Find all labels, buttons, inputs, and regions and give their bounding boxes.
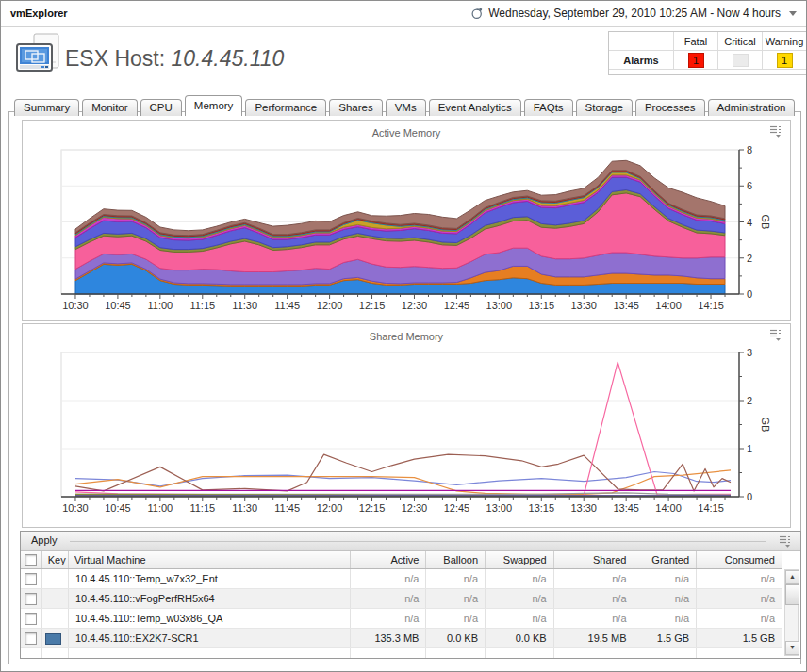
table-row[interactable]: 10.4.45.110::EX2K7-SCR1135.3 MB0.0 KB0.0… — [21, 629, 782, 648]
table-row[interactable]: 10.4.45.110::vFogPerfRH5x64n/an/an/an/an… — [21, 589, 782, 609]
scroll-up-button[interactable]: ▲ — [785, 570, 799, 584]
svg-text:14:15: 14:15 — [698, 300, 724, 311]
column-header-swapped[interactable]: Swapped — [486, 551, 554, 569]
metric-cell: n/a — [486, 589, 554, 609]
key-cell — [41, 569, 68, 589]
svg-text:13:30: 13:30 — [570, 502, 597, 514]
metric-cell: n/a — [350, 609, 426, 629]
svg-text:12:45: 12:45 — [444, 300, 470, 311]
svg-text:10:30: 10:30 — [62, 502, 89, 514]
svg-text:12:15: 12:15 — [359, 300, 386, 311]
time-range-selector[interactable]: Wednesday, September 29, 2010 10:25 AM -… — [471, 7, 797, 20]
svg-text:10:45: 10:45 — [105, 300, 131, 311]
metric-cell: n/a — [697, 569, 782, 589]
host-label: ESX Host: — [65, 46, 165, 71]
column-header-granted[interactable]: Granted — [634, 551, 697, 569]
vm-name-cell: 10.4.45.110::Temp_w03x86_QA — [68, 609, 350, 629]
metric-cell: n/a — [553, 589, 634, 609]
svg-text:13:30: 13:30 — [570, 300, 597, 311]
critical-alarm-badge[interactable] — [733, 54, 749, 67]
alarms-col-critical: Critical — [717, 32, 762, 51]
tab-event-analytics[interactable]: Event Analytics — [429, 99, 521, 116]
scrollbar-thumb[interactable] — [785, 584, 799, 605]
apply-button[interactable]: Apply — [31, 534, 58, 546]
fatal-alarm-badge[interactable]: 1 — [688, 53, 704, 68]
metric-cell: 0.0 KB — [426, 629, 486, 648]
column-header-active[interactable]: Active — [350, 551, 426, 569]
vm-name-cell: 10.4.45.110::EX2K7-SCR1 — [68, 629, 350, 648]
table-row[interactable]: 10.4.45.110::Temp_w7x32_Entn/an/an/an/an… — [21, 569, 782, 589]
column-header-consumed[interactable]: Consumed — [697, 551, 782, 569]
column-header-key[interactable]: Key — [41, 551, 68, 569]
vm-table-panel: Apply KeyVirtual MachineActiveBalloonSwa… — [20, 531, 801, 659]
table-row — [21, 648, 782, 660]
tab-faqts[interactable]: FAQts — [524, 99, 573, 116]
table-row[interactable]: 10.4.45.110::Temp_w03x86_QAn/an/an/an/an… — [21, 609, 782, 629]
shared-memory-panel: Shared Memory 10:3010:4511:0011:1511:301… — [22, 323, 791, 528]
svg-text:12:45: 12:45 — [444, 502, 470, 514]
metric-cell: n/a — [697, 609, 782, 629]
svg-text:10:45: 10:45 — [105, 502, 131, 514]
time-range-icon — [471, 8, 484, 20]
tab-monitor[interactable]: Monitor — [82, 99, 137, 116]
svg-text:13:15: 13:15 — [529, 300, 555, 311]
metric-cell: n/a — [426, 569, 486, 589]
scroll-down-button[interactable]: ▼ — [785, 641, 799, 655]
svg-text:13:00: 13:00 — [486, 300, 513, 311]
tab-summary[interactable]: Summary — [14, 99, 79, 116]
tab-shares[interactable]: Shares — [329, 99, 382, 116]
select-all-header[interactable] — [21, 551, 41, 569]
tab-vms[interactable]: VMs — [386, 99, 426, 116]
column-header-virtual-machine[interactable]: Virtual Machine — [68, 551, 350, 569]
alarms-col-fatal: Fatal — [673, 32, 717, 51]
tab-bar: SummaryMonitorCPUMemoryPerformanceShares… — [14, 95, 798, 116]
tab-processes[interactable]: Processes — [635, 99, 705, 116]
series-key-swatch — [45, 633, 61, 645]
column-header-balloon[interactable]: Balloon — [426, 551, 486, 569]
tab-cpu[interactable]: CPU — [140, 99, 182, 116]
svg-text:12:30: 12:30 — [402, 502, 428, 514]
alarms-corner-cell — [609, 32, 673, 51]
column-header-shared[interactable]: Shared — [553, 551, 634, 569]
metric-cell: n/a — [350, 589, 426, 609]
page-title: ESX Host: 10.4.45.110 — [65, 46, 284, 72]
vm-name-cell: 10.4.45.110::Temp_w7x32_Ent — [68, 569, 350, 589]
row-checkbox[interactable] — [25, 632, 37, 645]
svg-text:12:00: 12:00 — [317, 502, 343, 514]
metric-cell: 1.5 GB — [697, 629, 782, 648]
row-checkbox[interactable] — [25, 593, 37, 605]
tab-memory[interactable]: Memory — [185, 95, 243, 116]
row-checkbox[interactable] — [25, 613, 37, 625]
alarms-summary: Fatal Critical Warning Alarms 1 1 — [608, 31, 807, 75]
alarms-row-label: Alarms — [609, 51, 673, 70]
table-options-icon[interactable] — [778, 535, 793, 548]
svg-text:13:15: 13:15 — [529, 502, 555, 514]
toolbar-rule — [70, 541, 766, 542]
metric-cell: n/a — [634, 609, 697, 629]
app-title: vmExplorer — [10, 8, 68, 19]
svg-text:11:30: 11:30 — [232, 502, 257, 514]
warning-alarm-badge[interactable]: 1 — [777, 53, 793, 68]
tab-administration[interactable]: Administration — [708, 99, 796, 116]
select-all-checkbox[interactable] — [25, 554, 37, 566]
metric-cell: n/a — [426, 609, 486, 629]
tab-storage[interactable]: Storage — [576, 99, 633, 116]
svg-text:GB: GB — [760, 418, 771, 433]
svg-text:11:45: 11:45 — [274, 300, 300, 311]
key-cell — [41, 629, 68, 648]
row-checkbox[interactable] — [25, 573, 37, 585]
vmexplorer-window: vmExplorer Wednesday, September 29, 2010… — [0, 0, 807, 672]
metric-cell: n/a — [350, 569, 426, 589]
vm-table-body: 10.4.45.110::Temp_w7x32_Entn/an/an/an/an… — [21, 569, 782, 660]
svg-text:14:15: 14:15 — [698, 502, 724, 514]
metric-cell: 1.5 GB — [634, 629, 697, 648]
key-cell — [41, 589, 68, 609]
metric-cell: n/a — [697, 589, 782, 609]
metric-cell: n/a — [553, 609, 634, 629]
metric-cell: n/a — [634, 569, 697, 589]
metric-cell: 0.0 KB — [486, 629, 554, 648]
tab-performance[interactable]: Performance — [245, 99, 326, 116]
svg-text:0: 0 — [747, 491, 752, 502]
esx-host-icon — [16, 33, 61, 80]
alarms-col-warning: Warning — [762, 32, 806, 51]
